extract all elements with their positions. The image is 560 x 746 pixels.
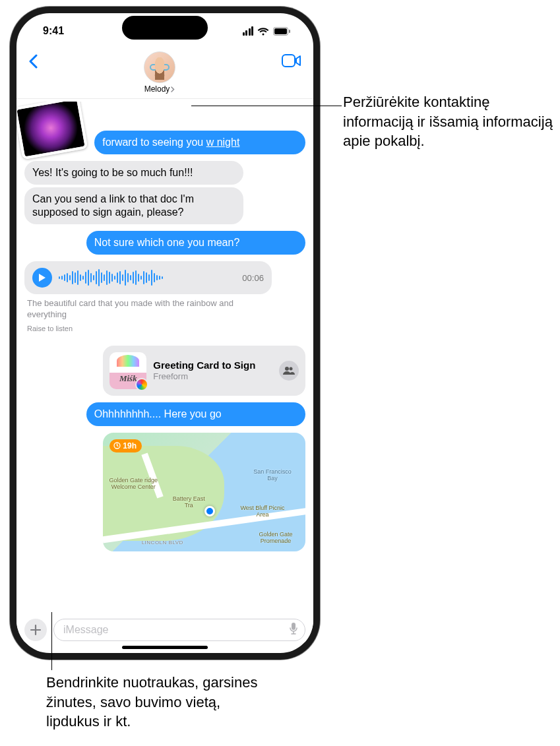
photo-attachment[interactable] bbox=[16, 102, 88, 160]
message-input[interactable]: iMessage bbox=[53, 619, 305, 641]
phone-frame: 9:41 Melody bbox=[10, 7, 320, 660]
phone-screen: 9:41 Melody bbox=[16, 13, 313, 653]
cellular-icon bbox=[243, 26, 254, 36]
wifi-icon bbox=[257, 27, 269, 36]
microphone-icon bbox=[289, 622, 298, 635]
dictation-button[interactable] bbox=[289, 622, 298, 638]
raise-to-listen-hint: Raise to listen bbox=[24, 322, 305, 339]
input-placeholder: iMessage bbox=[63, 624, 108, 636]
avatar bbox=[144, 51, 175, 83]
audio-message[interactable]: 00:06 bbox=[24, 261, 272, 294]
plus-icon bbox=[30, 624, 42, 636]
svg-rect-7 bbox=[292, 623, 296, 630]
audio-duration: 00:06 bbox=[242, 273, 264, 283]
home-indicator[interactable] bbox=[122, 646, 208, 649]
svg-point-4 bbox=[285, 367, 289, 371]
audio-transcript: The beautiful card that you made with th… bbox=[24, 294, 272, 322]
dynamic-island bbox=[122, 16, 208, 40]
map-poi-label: Battery East Tra bbox=[169, 496, 208, 509]
callout-leader-line bbox=[51, 612, 52, 670]
sent-message[interactable]: Not sure which one you mean? bbox=[86, 231, 305, 255]
contact-name: Melody bbox=[144, 84, 170, 94]
callout-attachments: Bendrinkite nuotraukas, garsines žinutes… bbox=[46, 673, 264, 731]
map-poi-label: West Bluff Picnic Area bbox=[239, 505, 286, 518]
shared-location-map[interactable]: Golden Gate ridge Welcome Center Battery… bbox=[103, 433, 305, 551]
map-road-label: LINCOLN BLVD bbox=[136, 540, 189, 546]
svg-rect-1 bbox=[274, 28, 287, 34]
location-duration-badge: 19h bbox=[109, 439, 142, 452]
svg-rect-3 bbox=[282, 55, 295, 67]
nav-header: Melody bbox=[16, 49, 313, 99]
svg-point-5 bbox=[290, 367, 293, 371]
callout-contact-info: Peržiūrėkite kontaktinę informaciją ir i… bbox=[343, 92, 554, 151]
contact-info-button[interactable]: Melody bbox=[38, 51, 282, 94]
link-thumbnail: Miśk bbox=[109, 352, 146, 389]
status-time: 9:41 bbox=[43, 25, 64, 37]
link-title: Greeting Card to Sign bbox=[153, 359, 272, 371]
svg-rect-2 bbox=[289, 30, 290, 33]
message-link[interactable]: w night bbox=[206, 137, 240, 148]
clock-icon bbox=[113, 442, 121, 449]
received-message[interactable]: Yes! It's going to be so much fun!!! bbox=[24, 161, 243, 185]
facetime-button[interactable] bbox=[282, 51, 301, 70]
play-button[interactable] bbox=[32, 268, 52, 288]
message-text: forward to seeing you bbox=[102, 137, 203, 148]
link-source: Freeform bbox=[153, 371, 272, 381]
map-poi-label: Golden Gate ridge Welcome Center bbox=[107, 478, 160, 491]
shared-people-icon[interactable] bbox=[279, 361, 299, 381]
input-bar: iMessage bbox=[16, 615, 313, 642]
chevron-right-icon bbox=[171, 86, 175, 92]
map-poi-label: Golden Gate Promenade bbox=[253, 532, 299, 545]
location-pin bbox=[204, 506, 215, 516]
freeform-app-icon bbox=[135, 378, 148, 391]
shared-link-card[interactable]: Miśk Greeting Card to Sign Freeform bbox=[103, 346, 305, 396]
sent-message[interactable]: Ohhhhhhhh.... Here you go bbox=[86, 402, 305, 426]
conversation-thread[interactable]: forward to seeing you w night Yes! It's … bbox=[16, 102, 313, 603]
audio-waveform[interactable] bbox=[59, 269, 235, 286]
back-button[interactable] bbox=[28, 51, 38, 71]
received-message[interactable]: Can you send a link to that doc I'm supp… bbox=[24, 187, 243, 224]
callout-leader-line bbox=[191, 106, 342, 106]
sent-message[interactable]: forward to seeing you w night bbox=[94, 131, 305, 154]
add-attachment-button[interactable] bbox=[24, 619, 47, 641]
battery-icon bbox=[273, 27, 291, 36]
map-poi-label: San Francisco Bay bbox=[253, 469, 292, 482]
